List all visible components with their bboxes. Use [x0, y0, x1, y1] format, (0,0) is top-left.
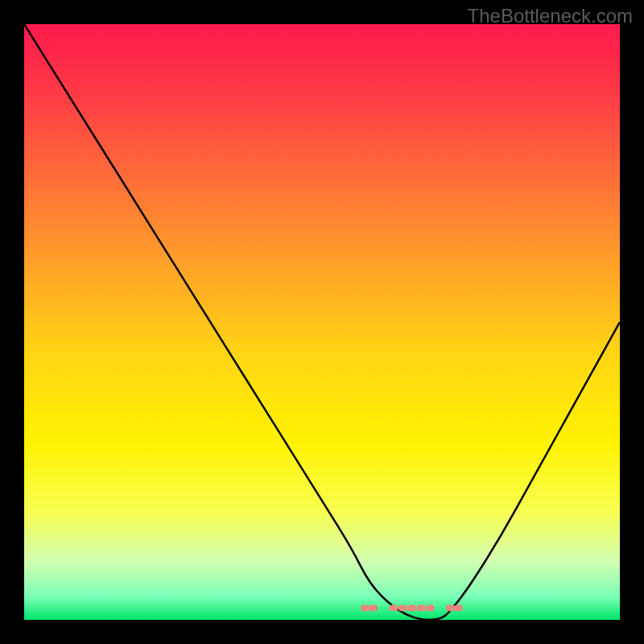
gradient-background — [24, 24, 620, 620]
optimal-zone-markers — [361, 605, 463, 611]
svg-rect-1 — [369, 605, 378, 611]
svg-rect-5 — [416, 605, 425, 611]
svg-rect-3 — [398, 605, 407, 611]
watermark-text: TheBottleneck.com — [468, 5, 633, 27]
svg-rect-0 — [361, 605, 369, 611]
chart-canvas — [24, 24, 620, 620]
svg-rect-6 — [426, 605, 435, 611]
svg-rect-4 — [407, 605, 416, 611]
svg-rect-7 — [446, 605, 455, 611]
chart-svg — [24, 24, 620, 620]
svg-rect-2 — [389, 605, 398, 611]
svg-rect-8 — [454, 605, 463, 611]
